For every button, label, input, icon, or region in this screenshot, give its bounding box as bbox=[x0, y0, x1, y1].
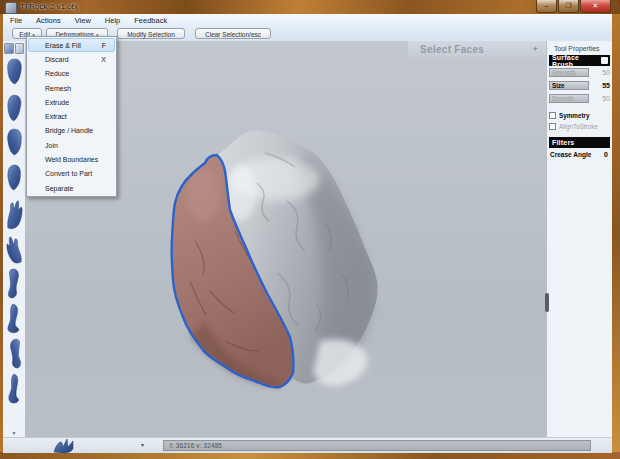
stats-dropdown-arrow-icon[interactable]: ▾ bbox=[141, 441, 144, 448]
strength-slider-row: Strength 50 bbox=[547, 66, 612, 79]
menu-item-extrude[interactable]: Extrude bbox=[28, 95, 115, 109]
strength-slider[interactable]: Strength bbox=[549, 68, 589, 77]
window-title: TI Rock 2 v1.obj bbox=[20, 2, 78, 11]
select-faces-label: Select Faces bbox=[420, 44, 484, 55]
symmetry-checkbox[interactable] bbox=[549, 112, 556, 119]
banner-plus-icon[interactable]: + bbox=[533, 44, 538, 54]
close-button[interactable]: ✕ bbox=[580, 0, 611, 13]
part-thumbnail[interactable] bbox=[3, 196, 25, 231]
menu-view[interactable]: View bbox=[68, 14, 98, 27]
panel-pin-icon[interactable] bbox=[601, 57, 608, 64]
part-thumbnail[interactable] bbox=[3, 126, 25, 161]
select-faces-banner: Select Faces + bbox=[408, 41, 546, 57]
crease-angle-value[interactable]: 0 bbox=[604, 151, 608, 158]
menu-item-weld-boundaries[interactable]: Weld Boundaries bbox=[28, 152, 115, 166]
strength-value: 50 bbox=[602, 69, 610, 76]
menu-help[interactable]: Help bbox=[98, 14, 127, 27]
menu-item-separate[interactable]: Separate bbox=[28, 181, 115, 195]
symmetry-checkbox-row: Symmetry bbox=[547, 110, 612, 121]
part-thumbnail[interactable] bbox=[3, 301, 25, 336]
panel-resize-grip[interactable] bbox=[545, 293, 549, 312]
menu-feedback[interactable]: Feedback bbox=[127, 14, 174, 27]
clear-selection-button[interactable]: Clear Selection/esc bbox=[195, 28, 271, 39]
part-thumbnail[interactable] bbox=[3, 91, 25, 126]
aligntostroke-checkbox-row: AlignToStroke bbox=[547, 121, 612, 132]
crease-angle-label: Crease Angle bbox=[550, 151, 591, 158]
menu-item-convert-to-part[interactable]: Convert to Part bbox=[28, 167, 115, 181]
menu-item-remesh[interactable]: Remesh bbox=[28, 81, 115, 95]
sidebar-scroll-down[interactable]: ▼ bbox=[3, 430, 25, 436]
minimize-button[interactable]: – bbox=[536, 0, 557, 13]
part-thumbnail[interactable] bbox=[3, 161, 25, 196]
filters-header[interactable]: Filters bbox=[549, 137, 610, 148]
maximize-button[interactable]: ❐ bbox=[558, 0, 579, 13]
part-thumbnail[interactable] bbox=[3, 336, 25, 371]
menu-actions[interactable]: Actions bbox=[29, 14, 68, 27]
crease-angle-row: Crease Angle 0 bbox=[547, 148, 612, 161]
size-slider-row: Size 55 bbox=[547, 79, 612, 92]
aligntostroke-checkbox[interactable] bbox=[549, 123, 556, 130]
parts-library-icon[interactable] bbox=[4, 43, 14, 54]
menu-bar: File Actions View Help Feedback bbox=[3, 14, 612, 28]
smooth-value: 50 bbox=[602, 95, 610, 102]
app-icon bbox=[5, 2, 17, 14]
menu-item-join[interactable]: Join bbox=[28, 138, 115, 152]
menu-item-reduce[interactable]: Reduce bbox=[28, 67, 115, 81]
surface-brush-header[interactable]: Surface Brush bbox=[549, 55, 610, 66]
modify-selection-button[interactable]: Modify Selection bbox=[117, 28, 185, 39]
menu-item-extract[interactable]: Extract bbox=[28, 109, 115, 123]
menu-item-erase-fill[interactable]: Erase & FillF bbox=[28, 38, 115, 52]
mesh-stats-text: t: 36216 v: 32485 bbox=[170, 442, 222, 449]
part-thumbnail[interactable] bbox=[3, 231, 25, 266]
parts-library-sidebar: ▼ bbox=[3, 41, 26, 437]
edit-menu-popup: Erase & FillF DiscardX Reduce Remesh Ext… bbox=[26, 36, 117, 197]
status-bar: ▾ t: 36216 v: 32485 bbox=[3, 437, 612, 453]
smooth-slider-row: Smooth 50 bbox=[547, 92, 612, 105]
smooth-slider[interactable]: Smooth bbox=[549, 94, 589, 103]
size-value: 55 bbox=[602, 82, 610, 89]
menu-file[interactable]: File bbox=[3, 14, 29, 27]
part-thumbnail[interactable] bbox=[3, 56, 25, 91]
window-border-bottom bbox=[0, 452, 620, 459]
part-thumbnail[interactable] bbox=[3, 266, 25, 301]
sphere-part-icon[interactable] bbox=[15, 43, 25, 54]
app-window: TI Rock 2 v1.obj – ❐ ✕ File Actions View… bbox=[0, 0, 620, 459]
size-slider[interactable]: Size bbox=[549, 81, 589, 90]
title-bar[interactable]: TI Rock 2 v1.obj – ❐ ✕ bbox=[0, 0, 620, 14]
menu-item-bridge-handle[interactable]: Bridge / Handle bbox=[28, 124, 115, 138]
mesh-stats-bar: t: 36216 v: 32485 bbox=[163, 440, 591, 451]
menu-item-discard[interactable]: DiscardX bbox=[28, 52, 115, 66]
part-drag-thumbnail[interactable] bbox=[50, 438, 80, 453]
tool-properties-panel: Tool Properties Surface Brush Strength 5… bbox=[546, 41, 612, 452]
window-border-right bbox=[612, 14, 620, 452]
part-thumbnail[interactable] bbox=[3, 371, 25, 406]
